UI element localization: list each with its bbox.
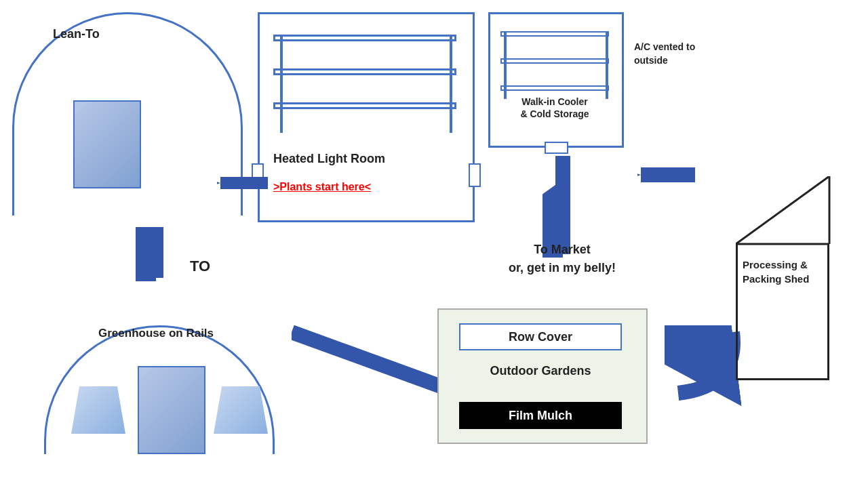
hlr-shelf-1: [273, 35, 456, 41]
walk-in-cooler: Walk-in Cooler& Cold Storage: [488, 12, 624, 148]
arrow-left-from-processing: [637, 155, 698, 198]
hlr-shelf-3: [273, 102, 456, 109]
wic-shelf-2: [500, 58, 609, 64]
greenhouse-trap-right: [214, 386, 268, 434]
greenhouse-section: Greenhouse on Rails: [37, 298, 295, 454]
lean-to-plant-area: [73, 100, 141, 188]
hlr-subtitle: >Plants start here<: [273, 181, 371, 193]
arrow-down-to-greenhouse: [136, 227, 176, 281]
wic-label: Walk-in Cooler& Cold Storage: [497, 96, 612, 120]
arrow-diag-greenhouse-outdoor: [292, 325, 448, 396]
processing-shed: Processing &Packing Shed: [736, 176, 844, 380]
row-cover-box: Row Cover: [459, 323, 622, 350]
svg-line-9: [292, 332, 441, 386]
hlr-shelf-2: [273, 68, 456, 75]
film-mulch-label: Film Mulch: [509, 409, 572, 423]
outdoor-gardens-label: Outdoor Gardens: [459, 364, 622, 378]
hlr-title: Heated Light Room: [273, 152, 385, 166]
row-cover-label: Row Cover: [509, 330, 572, 344]
to-label: TO: [190, 258, 210, 275]
lean-to-label: Lean-To: [53, 27, 100, 41]
greenhouse-rect: [138, 366, 205, 454]
greenhouse-label: Greenhouse on Rails: [98, 327, 214, 340]
shed-roof-svg: [736, 176, 844, 251]
arrow-hlr-to-leanto: [217, 163, 271, 206]
market-text: To Market or, get in my belly!: [509, 241, 616, 277]
greenhouse-trap-left: [71, 386, 125, 434]
outdoor-gardens-section: Row Cover Outdoor Gardens Film Mulch: [437, 308, 648, 444]
film-mulch-box: Film Mulch: [459, 402, 622, 429]
wic-door-bottom: [545, 142, 568, 154]
wic-shelf-3: [500, 85, 609, 91]
wic-shelf-1: [500, 31, 609, 37]
svg-line-11: [736, 176, 829, 244]
heated-light-room: Heated Light Room >Plants start here<: [258, 12, 475, 222]
hlr-door-right: [469, 163, 481, 187]
ac-label: A/C vented tooutside: [634, 41, 695, 67]
processing-label: Processing &Packing Shed: [743, 258, 837, 286]
